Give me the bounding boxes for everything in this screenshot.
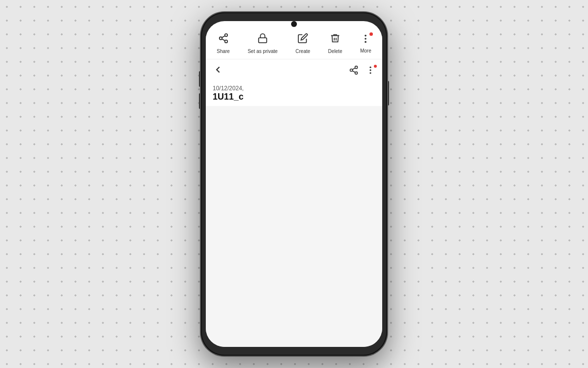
share-label: Share [217, 49, 230, 54]
toolbar-share[interactable]: Share [217, 33, 230, 54]
camera-notch [291, 21, 297, 27]
set-as-private-label: Set as private [247, 49, 277, 54]
svg-point-14 [369, 66, 371, 68]
svg-point-2 [224, 40, 227, 43]
file-info: 10/12/2024, 1U11_c [206, 83, 382, 106]
svg-point-1 [219, 37, 222, 40]
svg-point-8 [365, 41, 367, 43]
power-button[interactable] [387, 81, 389, 105]
toolbar-more[interactable]: More [360, 33, 371, 53]
toolbar-set-as-private[interactable]: Set as private [247, 33, 277, 54]
delete-icon [330, 33, 341, 47]
lock-icon [257, 33, 268, 47]
back-button[interactable] [213, 64, 223, 78]
svg-line-12 [352, 71, 355, 72]
share-icon [218, 33, 229, 47]
top-toolbar: Share Set as private C [206, 26, 382, 59]
more-icon-wrap [360, 33, 371, 46]
create-icon [297, 33, 308, 47]
nav-more-button[interactable] [366, 65, 375, 78]
svg-point-0 [224, 34, 227, 37]
toolbar-delete[interactable]: Delete [328, 33, 343, 54]
file-name: 1U11_c [213, 92, 375, 102]
svg-line-13 [352, 68, 355, 69]
nav-share-button[interactable] [349, 65, 359, 78]
svg-point-9 [355, 66, 358, 68]
file-date: 10/12/2024, [213, 85, 375, 92]
svg-point-11 [355, 72, 358, 74]
svg-point-15 [369, 69, 371, 71]
svg-line-4 [221, 36, 224, 38]
create-label: Create [295, 49, 310, 54]
phone-wrapper: Share Set as private C [201, 12, 387, 356]
more-label: More [360, 48, 371, 53]
nav-actions [349, 65, 375, 78]
svg-point-6 [365, 35, 367, 37]
toolbar-create[interactable]: Create [295, 33, 310, 54]
notification-dot [369, 32, 373, 36]
phone-screen: Share Set as private C [206, 21, 382, 347]
nav-notification-dot [374, 65, 377, 68]
svg-line-3 [221, 39, 224, 41]
delete-label: Delete [328, 49, 343, 54]
svg-point-16 [369, 72, 371, 74]
svg-point-7 [365, 38, 367, 40]
svg-rect-5 [259, 38, 267, 43]
nav-bar [206, 59, 382, 83]
svg-point-10 [350, 69, 353, 71]
app-content: 10/12/2024, 1U11_c [206, 59, 382, 347]
